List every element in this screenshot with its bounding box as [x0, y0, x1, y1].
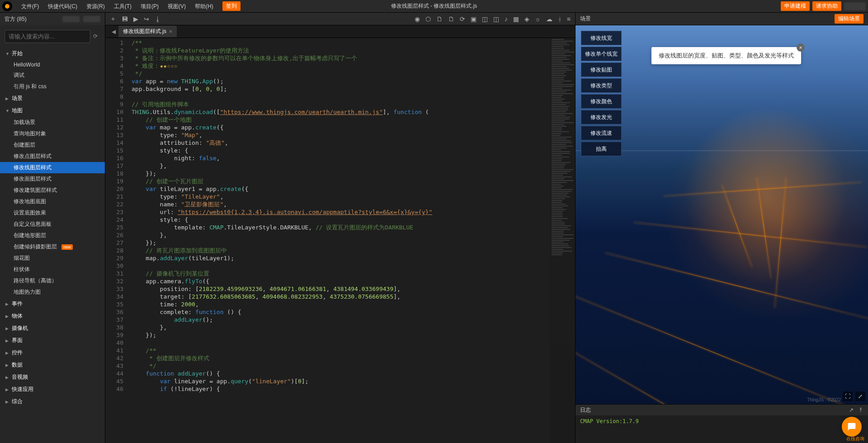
- tree-item[interactable]: 修改点图层样式: [0, 151, 105, 162]
- tree-item[interactable]: 创建倾斜摄影图层new: [0, 241, 105, 252]
- step-icon[interactable]: ↪: [144, 15, 149, 23]
- preview-title: 场景: [580, 15, 591, 23]
- tooltip-text: 修改线图层的宽度、贴图、类型、颜色及发光等样式: [659, 52, 794, 59]
- scene-button[interactable]: 修改流速: [581, 126, 622, 140]
- download-icon[interactable]: ⭳: [155, 15, 161, 23]
- cube-icon[interactable]: ⬡: [425, 15, 431, 23]
- request-help-button[interactable]: 请求协助: [812, 1, 841, 11]
- tabs-prev-icon[interactable]: ◀: [109, 29, 118, 35]
- console-panel: 日志 ↗ ⭱ CMAP Version:1.7.9: [576, 404, 868, 443]
- scene-button[interactable]: 修改类型: [581, 78, 622, 93]
- refresh-icon[interactable]: ⟳: [93, 33, 100, 40]
- menu-help[interactable]: 帮助(H): [190, 0, 218, 13]
- menu-project[interactable]: 项目(P): [136, 0, 163, 13]
- logo[interactable]: [2, 1, 12, 11]
- code-area[interactable]: /** * 说明：修改线FeatureLayer的使用方法 * 备注：示例中所有…: [127, 38, 550, 443]
- search-input[interactable]: [5, 30, 90, 43]
- save-icon[interactable]: 💾︎: [122, 15, 128, 23]
- panel1-icon[interactable]: ◫: [482, 15, 488, 23]
- tree-group[interactable]: ▶摄像机: [0, 322, 105, 334]
- tree-group[interactable]: ▶综合: [0, 395, 105, 408]
- top-menu-bar: 文件(F) 快捷代码(C) 资源(R) 工具(T) 项目(P) 视图(V) 帮助…: [0, 0, 868, 13]
- scene-credit: ThingJS · ©2022: [807, 397, 841, 402]
- scene-button[interactable]: 抬高: [581, 142, 622, 156]
- apply-model-button[interactable]: 申请建模: [781, 1, 810, 11]
- tree-item[interactable]: 创建地形图层: [0, 230, 105, 241]
- sync-icon[interactable]: ⟳: [460, 15, 465, 23]
- console-export-icon[interactable]: ↗: [849, 407, 854, 413]
- tree-group[interactable]: ▶事件: [0, 298, 105, 310]
- scene-button[interactable]: 修改发光: [581, 110, 622, 124]
- list-icon[interactable]: ≡: [567, 15, 571, 23]
- music-icon[interactable]: ♪: [505, 15, 508, 23]
- tree-item[interactable]: 自定义信息面板: [0, 219, 105, 230]
- tree-item[interactable]: 路径导航（高德）: [0, 275, 105, 286]
- edit-scene-button[interactable]: 编辑场景: [835, 14, 863, 24]
- tree-item[interactable]: 烟花图: [0, 252, 105, 264]
- tree-group[interactable]: ▶界面: [0, 334, 105, 347]
- menu-file[interactable]: 文件(F): [17, 0, 43, 13]
- tree-group[interactable]: ▼地图: [0, 105, 105, 117]
- globe-icon[interactable]: ◉: [415, 15, 420, 23]
- editor-tab[interactable]: 修改线图层样式.js ×: [118, 26, 177, 37]
- tree-group[interactable]: ▶音视频: [0, 371, 105, 383]
- tooltip-close-icon[interactable]: ×: [797, 43, 805, 52]
- close-tab-icon[interactable]: ×: [169, 29, 172, 35]
- tree-item[interactable]: 修改地图底图: [0, 196, 105, 207]
- console-upload-icon[interactable]: ⭱: [858, 407, 863, 413]
- console-title[interactable]: 日志: [580, 406, 591, 414]
- tree-item[interactable]: 修改建筑图层样式: [0, 185, 105, 196]
- editor-tabs: ◀ 修改线图层样式.js ×: [105, 25, 575, 38]
- file2-icon[interactable]: 🗋: [448, 15, 454, 23]
- scene-button[interactable]: 修改颜色: [581, 94, 622, 109]
- tree-item[interactable]: 修改面图层样式: [0, 173, 105, 185]
- ruler-icon[interactable]: ⟊: [558, 15, 561, 23]
- editor-toolbar: ＋ 💾︎ ▶ ↪ ⭳ ◉ ⬡ 🗋 🗋 ⟳ ▣ ◫ ◫ ♪ ▦ ◈ ☼ ☁ ⟊: [105, 13, 575, 25]
- new-file-icon[interactable]: ＋: [110, 15, 116, 23]
- scene-button[interactable]: 修改单个线宽: [581, 47, 622, 61]
- tree-group[interactable]: ▶控件: [0, 347, 105, 359]
- tree-group[interactable]: ▶场景: [0, 92, 105, 105]
- sun-icon[interactable]: ☼: [535, 15, 541, 23]
- sidebar-action2[interactable]: [83, 16, 100, 22]
- minimap[interactable]: [550, 38, 575, 443]
- menu-tool[interactable]: 工具(T): [109, 0, 136, 13]
- tree-item[interactable]: 创建图层: [0, 139, 105, 151]
- preview-header: 场景 编辑场景: [576, 13, 868, 25]
- float-help-button[interactable]: [842, 417, 862, 437]
- avatar[interactable]: [844, 2, 866, 10]
- tree-item[interactable]: HelloWorld: [0, 60, 105, 70]
- tree-group[interactable]: ▶数据: [0, 359, 105, 371]
- tree-group[interactable]: ▶物体: [0, 310, 105, 322]
- grid-icon[interactable]: ▦: [513, 15, 519, 23]
- menu-resource[interactable]: 资源(R): [82, 0, 109, 13]
- panel2-icon[interactable]: ◫: [493, 15, 499, 23]
- tree-item[interactable]: 地图热力图: [0, 286, 105, 298]
- window-title: 修改线图层样式 - 修改线图层样式.js: [391, 2, 477, 10]
- scene-button[interactable]: 修改线宽: [581, 31, 622, 45]
- expand-icon[interactable]: ⤢: [855, 391, 865, 401]
- tree-group[interactable]: ▶快速应用: [0, 383, 105, 395]
- tree-item[interactable]: 修改线图层样式: [0, 162, 105, 173]
- view-icon[interactable]: ◈: [524, 15, 529, 23]
- sidebar: 官方 (85) ⟳ ▼开始HelloWorld调试引用 js 和 css▶场景▼…: [0, 13, 105, 443]
- cloud-icon[interactable]: ☁: [546, 15, 552, 23]
- fullscreen-icon[interactable]: ⛶: [843, 391, 853, 401]
- window-icon[interactable]: ▣: [471, 15, 476, 23]
- signin-button[interactable]: 签到: [222, 1, 241, 11]
- tree-item[interactable]: 加载场景: [0, 117, 105, 128]
- sidebar-action1[interactable]: [62, 16, 80, 22]
- tree-group[interactable]: ▼开始: [0, 48, 105, 60]
- menu-quickcode[interactable]: 快捷代码(C): [43, 0, 82, 13]
- run-icon[interactable]: ▶: [133, 15, 138, 23]
- scene-button-rail: 修改线宽修改单个线宽修改贴图修改类型修改颜色修改发光修改流速抬高: [581, 31, 622, 156]
- tree-item[interactable]: 柱状体: [0, 264, 105, 275]
- tree-item[interactable]: 引用 js 和 css: [0, 81, 105, 92]
- tree-item[interactable]: 设置底图效果: [0, 207, 105, 219]
- scene-view[interactable]: 修改线宽修改单个线宽修改贴图修改类型修改颜色修改发光修改流速抬高 修改线图层的宽…: [576, 25, 868, 404]
- scene-button[interactable]: 修改贴图: [581, 62, 622, 77]
- tree-item[interactable]: 查询地图对象: [0, 128, 105, 139]
- tree-item[interactable]: 调试: [0, 70, 105, 81]
- file1-icon[interactable]: 🗋: [436, 15, 443, 23]
- menu-view[interactable]: 视图(V): [163, 0, 190, 13]
